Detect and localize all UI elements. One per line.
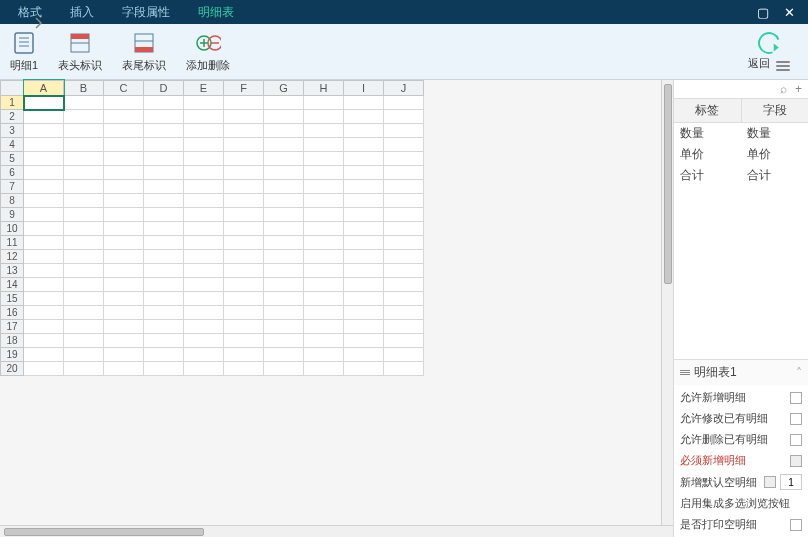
cell[interactable] [304, 320, 344, 334]
cell[interactable] [24, 278, 64, 292]
row-header[interactable]: 2 [0, 110, 24, 124]
column-header-J[interactable]: J [384, 80, 424, 96]
cell[interactable] [184, 124, 224, 138]
row-header[interactable]: 3 [0, 124, 24, 138]
cell[interactable] [304, 292, 344, 306]
cell[interactable] [344, 236, 384, 250]
cell[interactable] [344, 124, 384, 138]
cell[interactable] [24, 236, 64, 250]
cell[interactable] [184, 166, 224, 180]
cell[interactable] [224, 306, 264, 320]
cell[interactable] [64, 306, 104, 320]
cell[interactable] [384, 264, 424, 278]
cell[interactable] [144, 362, 184, 376]
cell[interactable] [64, 166, 104, 180]
cell[interactable] [184, 306, 224, 320]
cell[interactable] [224, 124, 264, 138]
cell[interactable] [264, 138, 304, 152]
column-header-D[interactable]: D [144, 80, 184, 96]
cell[interactable] [304, 110, 344, 124]
cell[interactable] [64, 278, 104, 292]
cell[interactable] [24, 222, 64, 236]
row-header[interactable]: 10 [0, 222, 24, 236]
cell[interactable] [384, 222, 424, 236]
cell[interactable] [344, 194, 384, 208]
cell[interactable] [144, 152, 184, 166]
checkbox[interactable] [790, 392, 802, 404]
horizontal-scroll-thumb[interactable] [4, 528, 204, 536]
cell[interactable] [64, 292, 104, 306]
cell[interactable] [224, 222, 264, 236]
cell[interactable] [384, 236, 424, 250]
cell[interactable] [104, 152, 144, 166]
cell[interactable] [144, 264, 184, 278]
column-header-I[interactable]: I [344, 80, 384, 96]
cell[interactable] [104, 96, 144, 110]
cell[interactable] [224, 320, 264, 334]
cell[interactable] [104, 278, 144, 292]
cell[interactable] [24, 362, 64, 376]
cell[interactable] [144, 110, 184, 124]
cell[interactable] [184, 334, 224, 348]
cell[interactable] [384, 166, 424, 180]
cell[interactable] [304, 96, 344, 110]
cell[interactable] [344, 208, 384, 222]
cell[interactable] [104, 250, 144, 264]
column-header-H[interactable]: H [304, 80, 344, 96]
cell[interactable] [264, 306, 304, 320]
maximize-icon[interactable]: ▢ [756, 5, 770, 19]
cell[interactable] [344, 166, 384, 180]
cell[interactable] [144, 236, 184, 250]
cell[interactable] [184, 278, 224, 292]
cell[interactable] [104, 208, 144, 222]
cell[interactable] [144, 334, 184, 348]
cell[interactable] [344, 348, 384, 362]
cell[interactable] [64, 124, 104, 138]
cell[interactable] [24, 348, 64, 362]
row-header[interactable]: 6 [0, 166, 24, 180]
cell[interactable] [224, 180, 264, 194]
cell[interactable] [184, 264, 224, 278]
field-row[interactable]: 数量数量 [674, 123, 808, 144]
cell[interactable] [344, 334, 384, 348]
cell[interactable] [184, 208, 224, 222]
tool-head-marker[interactable]: 表头标识 [58, 30, 102, 73]
cell[interactable] [384, 124, 424, 138]
vertical-scroll-thumb[interactable] [664, 84, 672, 284]
cell[interactable] [304, 194, 344, 208]
cell[interactable] [184, 194, 224, 208]
row-header[interactable]: 9 [0, 208, 24, 222]
cell[interactable] [104, 236, 144, 250]
cell[interactable] [384, 362, 424, 376]
cell[interactable] [264, 334, 304, 348]
cell[interactable] [344, 264, 384, 278]
cell[interactable] [64, 236, 104, 250]
cell[interactable] [24, 320, 64, 334]
cell[interactable] [144, 306, 184, 320]
cell[interactable] [144, 194, 184, 208]
row-header[interactable]: 5 [0, 152, 24, 166]
cell[interactable] [184, 236, 224, 250]
row-header[interactable]: 12 [0, 250, 24, 264]
cell[interactable] [184, 320, 224, 334]
cell[interactable] [384, 180, 424, 194]
cell[interactable] [344, 362, 384, 376]
add-icon[interactable]: + [795, 82, 802, 96]
cell[interactable] [144, 222, 184, 236]
cell[interactable] [384, 320, 424, 334]
back-icon[interactable] [754, 28, 783, 57]
cell[interactable] [224, 194, 264, 208]
cell[interactable] [24, 250, 64, 264]
checkbox[interactable] [790, 519, 802, 531]
cell[interactable] [264, 250, 304, 264]
cell[interactable] [144, 180, 184, 194]
cell[interactable] [224, 110, 264, 124]
cell[interactable] [224, 96, 264, 110]
cell[interactable] [64, 180, 104, 194]
row-header[interactable]: 7 [0, 180, 24, 194]
cell[interactable] [104, 138, 144, 152]
column-header-G[interactable]: G [264, 80, 304, 96]
cell[interactable] [384, 138, 424, 152]
cell[interactable] [264, 110, 304, 124]
cell[interactable] [344, 180, 384, 194]
